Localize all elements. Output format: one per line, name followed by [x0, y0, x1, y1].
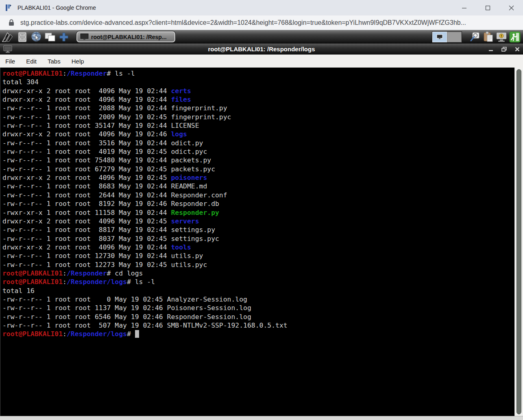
terminal-text-segment: -rw-r--r-- 1 root root 35147 May 19 02:4…	[2, 122, 199, 129]
kali-menu-button[interactable]	[2, 31, 15, 43]
terminal-menubar: File Edit Tabs Help	[0, 55, 523, 68]
terminal-line: total 16	[2, 287, 514, 295]
url-bar[interactable]: stg.practice-labs.com/device-advanced.as…	[0, 15, 523, 30]
taskbar-window-label: root@PLABKALI01: /Resp...	[91, 34, 167, 40]
terminal-text-segment: -rwxr-xr-x 1 root root 11158 May 19 02:4…	[2, 209, 171, 217]
terminal-text-segment: files	[171, 96, 191, 103]
workspace-window-icon	[436, 34, 443, 39]
menu-edit[interactable]: Edit	[26, 58, 37, 65]
terminal-text-segment: -rw-r--r-- 1 root root 1137 May 19 02:46…	[2, 304, 251, 312]
system-tray	[432, 31, 521, 43]
terminal-line: drwxr-xr-x 2 root root 4096 May 19 02:46…	[2, 130, 514, 138]
terminal-minimize-button[interactable]	[489, 47, 493, 51]
taskbar-window-button[interactable]: root@PLABKALI01: /Resp...	[76, 31, 175, 42]
terminal-text-segment: -rw-r--r-- 1 root root 8817 May 19 02:44…	[2, 226, 215, 234]
terminal-line: root@PLABKALI01:/Responder# cd logs	[2, 269, 514, 278]
terminal-text-segment: -rw-r--r-- 1 root root 3516 May 19 02:44…	[2, 139, 203, 147]
terminal-text-segment: -rw-r--r-- 1 root root 8683 May 19 02:44…	[2, 182, 207, 190]
terminal-text-segment: :	[63, 269, 67, 277]
terminal-text-segment: -rw-r--r-- 1 root root 12273 May 19 02:4…	[2, 261, 207, 269]
maximize-button[interactable]	[476, 0, 499, 15]
file-cabinet-icon	[17, 32, 27, 42]
terminal-text-segment: /Responder/logs	[67, 330, 127, 338]
terminal-line: -rw-r--r-- 1 root root 1137 May 19 02:46…	[2, 304, 514, 312]
terminal-titlebar[interactable]: root@PLABKALI01: /Responder/logs	[0, 44, 523, 55]
terminal-title: root@PLABKALI01: /Responder/logs	[0, 46, 523, 52]
clipboard-button[interactable]	[482, 31, 494, 43]
terminal-text-segment: servers	[171, 217, 199, 225]
bottom-edge-strip	[0, 416, 523, 420]
terminal-line: -rw-r--r-- 1 root root 8192 May 19 02:46…	[2, 199, 514, 208]
terminal-line: drwxr-xr-x 2 root root 4096 May 19 02:44…	[2, 87, 514, 95]
terminal-line: -rwxr-xr-x 1 root root 11158 May 19 02:4…	[2, 208, 514, 217]
lock-icon	[9, 19, 14, 26]
terminal-text-segment: logs	[171, 130, 187, 138]
terminal-line: drwxr-xr-x 2 root root 4096 May 19 02:45…	[2, 173, 514, 182]
logout-run-icon	[509, 31, 521, 43]
terminal-text-segment: /Responder	[67, 269, 107, 277]
terminal-line: -rw-r--r-- 1 root root 12730 May 19 02:4…	[2, 252, 514, 260]
menu-tabs[interactable]: Tabs	[48, 58, 61, 65]
terminal-text-segment: Responder.py	[171, 209, 219, 217]
terminal-text-segment: # ls -l	[127, 278, 155, 286]
add-workspace-button[interactable]	[57, 31, 70, 43]
kali-dragon-icon	[2, 32, 15, 42]
terminal-text-segment: # ls -l	[107, 70, 135, 77]
terminal-scrollbar[interactable]	[514, 68, 523, 416]
window-controls	[452, 0, 523, 15]
terminal-line: -rw-r--r-- 1 root root 507 May 19 02:46 …	[2, 321, 514, 330]
screen-lock-icon	[496, 32, 507, 42]
close-button[interactable]	[499, 0, 523, 15]
workspace-2[interactable]	[447, 32, 462, 42]
globe-cursor-icon	[31, 31, 42, 42]
terminal-line: drwxr-xr-x 2 root root 4096 May 19 02:45…	[2, 217, 514, 225]
terminal-text-segment: -rw-r--r-- 1 root root 507 May 19 02:46 …	[2, 322, 288, 329]
terminal-line: -rw-r--r-- 1 root root 2009 May 19 02:45…	[2, 113, 514, 121]
terminal-text-segment: -rw-r--r-- 1 root root 67279 May 19 02:4…	[2, 165, 215, 173]
terminal-text-segment: -rw-r--r-- 1 root root 75480 May 19 02:4…	[2, 156, 211, 164]
terminal-line: -rw-r--r-- 1 root root 2088 May 19 02:44…	[2, 104, 514, 112]
workspace-switcher[interactable]	[432, 31, 462, 43]
windows-stack-icon	[44, 32, 56, 42]
terminal-area: root@PLABKALI01:/Responder# ls -ltotal 3…	[0, 68, 523, 416]
terminal-text-segment: :	[63, 330, 67, 338]
show-desktop-button[interactable]	[44, 31, 57, 43]
menu-help[interactable]: Help	[72, 58, 84, 65]
terminal-cursor	[135, 330, 139, 338]
screenshot-button[interactable]	[468, 31, 481, 43]
minimize-button[interactable]	[452, 0, 476, 15]
logout-button[interactable]	[508, 31, 521, 43]
terminal-text-segment: root@PLABKALI01	[2, 70, 63, 77]
terminal-text-segment: -rw-r--r-- 1 root root 8192 May 19 02:46…	[2, 200, 219, 208]
site-favicon-icon	[4, 4, 13, 12]
file-manager-button[interactable]	[16, 31, 29, 43]
terminal-text-segment: -rw-r--r-- 1 root root 12730 May 19 02:4…	[2, 252, 203, 260]
scrollbar-thumb[interactable]	[516, 69, 521, 414]
terminal-text-segment: drwxr-xr-x 2 root root 4096 May 19 02:44	[2, 87, 171, 95]
terminal-text-segment: :	[63, 278, 67, 286]
address-url[interactable]: stg.practice-labs.com/device-advanced.as…	[20, 19, 466, 26]
terminal-restore-button[interactable]	[501, 47, 507, 52]
terminal-line: -rw-r--r-- 1 root root 4019 May 19 02:45…	[2, 147, 514, 156]
terminal-text-segment: poisoners	[171, 174, 207, 182]
terminal-line: -rw-r--r-- 1 root root 8037 May 19 02:45…	[2, 234, 514, 243]
terminal-line: -rw-r--r-- 1 root root 2644 May 19 02:44…	[2, 191, 514, 199]
terminal-output[interactable]: root@PLABKALI01:/Responder# ls -ltotal 3…	[0, 68, 514, 416]
plus-icon	[59, 32, 69, 42]
terminal-text-segment: root@PLABKALI01	[2, 330, 63, 338]
terminal-text-segment: -rw-r--r-- 1 root root 4019 May 19 02:45…	[2, 148, 207, 155]
terminal-text-segment: -rw-r--r-- 1 root root 2644 May 19 02:44…	[2, 191, 227, 199]
menu-file[interactable]: File	[5, 58, 15, 65]
web-browser-button[interactable]	[30, 31, 43, 43]
terminal-text-segment: :	[63, 70, 67, 77]
terminal-text-segment: certs	[171, 87, 191, 95]
terminal-text-segment: -rw-r--r-- 1 root root 6546 May 19 02:46…	[2, 313, 251, 321]
terminal-line: root@PLABKALI01:/Responder# ls -l	[2, 69, 514, 78]
terminal-line: -rw-r--r-- 1 root root 3516 May 19 02:44…	[2, 139, 514, 147]
terminal-close-button[interactable]	[515, 47, 520, 52]
terminal-line: -rw-r--r-- 1 root root 75480 May 19 02:4…	[2, 156, 514, 164]
terminal-line: -rw-r--r-- 1 root root 67279 May 19 02:4…	[2, 165, 514, 173]
terminal-text-segment: drwxr-xr-x 2 root root 4096 May 19 02:44	[2, 96, 171, 103]
screen-lock-button[interactable]	[495, 31, 508, 43]
workspace-1-active[interactable]	[432, 32, 447, 42]
